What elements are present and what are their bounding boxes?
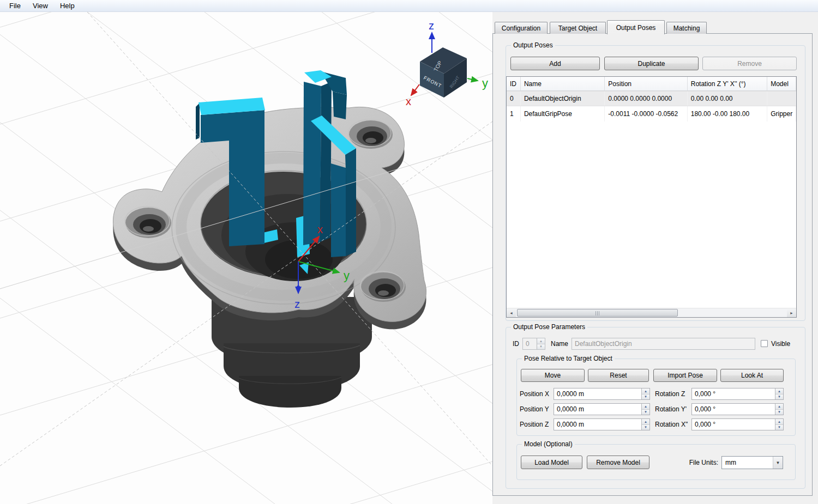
spin-down-icon[interactable]: ▼ xyxy=(775,394,783,400)
remove-model-button[interactable]: Remove Model xyxy=(587,456,649,469)
position-x-label: Position X xyxy=(520,388,551,400)
name-label: Name xyxy=(551,338,568,350)
tab-label: Matching xyxy=(673,25,700,32)
rotation-x-label: Rotation X" xyxy=(655,418,689,430)
spin-up-icon[interactable]: ▲ xyxy=(642,404,649,409)
combo-dropdown-arrow-icon[interactable]: ▼ xyxy=(773,457,783,469)
position-y-input[interactable]: 0,0000 m▲▼ xyxy=(554,403,650,415)
table-cell xyxy=(767,92,796,106)
orientation-cube[interactable]: TOP FRONT RIGHT z x y xyxy=(406,20,488,107)
spin-down-icon[interactable]: ▼ xyxy=(642,394,649,400)
scroll-right-arrow-icon[interactable]: ► xyxy=(787,308,796,318)
rotation-x-value: 0,000 ° xyxy=(692,419,775,430)
visible-checkbox[interactable] xyxy=(761,340,768,347)
reset-button[interactable]: Reset xyxy=(588,369,649,382)
cube-axis-y-label: y xyxy=(482,76,488,90)
group-title: Output Pose Parameters xyxy=(511,323,587,331)
spin-down-icon[interactable]: ▼ xyxy=(775,409,783,415)
spin-down-icon[interactable]: ▼ xyxy=(537,344,545,350)
move-button[interactable]: Move xyxy=(521,369,585,382)
rotation-y-input[interactable]: 0,000 °▲▼ xyxy=(691,403,784,415)
file-units-label: File Units: xyxy=(676,457,718,469)
spin-down-icon[interactable]: ▼ xyxy=(775,424,783,430)
tab-output-poses[interactable]: Output Poses xyxy=(607,20,665,34)
look-at-button[interactable]: Look At xyxy=(720,369,784,382)
id-value: 0 xyxy=(523,338,537,349)
table-cell: -0.0011 -0.0000 -0.0562 xyxy=(605,106,687,122)
menu-file[interactable]: File xyxy=(3,1,27,11)
rotation-y-value: 0,000 ° xyxy=(692,404,775,415)
spin-up-icon[interactable]: ▲ xyxy=(642,388,649,394)
spin-up-icon[interactable]: ▲ xyxy=(775,388,783,394)
group-title: Pose Relative to Target Object xyxy=(522,355,615,362)
rotation-z-spin-buttons[interactable]: ▲▼ xyxy=(775,388,783,399)
table-cell: 180.00 -0.00 180.00 xyxy=(688,106,767,122)
column-header[interactable]: Rotation Z Y' X'' (°) xyxy=(688,77,767,90)
position-z-label: Position Z xyxy=(520,418,551,430)
position-x-spin-buttons[interactable]: ▲▼ xyxy=(641,388,649,399)
file-units-combo[interactable]: mm ▼ xyxy=(721,456,783,469)
axis-y-label: y xyxy=(344,269,350,282)
table-cell: 0.0000 0.0000 0.0000 xyxy=(605,92,687,106)
table-cell: 0.00 0.00 0.00 xyxy=(688,92,767,106)
position-z-input[interactable]: 0,0000 m▲▼ xyxy=(554,418,650,430)
rotation-x-input[interactable]: 0,000 °▲▼ xyxy=(691,418,784,430)
rotation-x-spin-buttons[interactable]: ▲▼ xyxy=(775,419,783,430)
axis-x-label: x xyxy=(317,223,323,235)
table-header-row: IDNamePositionRotation Z Y' X'' (°)Model xyxy=(507,77,796,91)
flange-model xyxy=(113,107,426,408)
load-model-button[interactable]: Load Model xyxy=(521,456,582,469)
spin-up-icon[interactable]: ▲ xyxy=(642,419,649,424)
visible-label: Visible xyxy=(771,338,790,350)
rotation-y-label: Rotation Y' xyxy=(655,403,689,415)
spin-up-icon[interactable]: ▲ xyxy=(775,404,783,409)
tab-label: Target Object xyxy=(558,25,597,32)
rotation-z-input[interactable]: 0,000 °▲▼ xyxy=(691,388,784,400)
column-header[interactable]: ID xyxy=(507,77,521,90)
table-cell: DefaultGripPose xyxy=(521,106,605,122)
scrollbar-grip-icon xyxy=(596,311,600,315)
position-y-label: Position Y xyxy=(520,403,551,415)
import-pose-button[interactable]: Import Pose xyxy=(653,369,717,382)
remove-button[interactable]: Remove xyxy=(702,57,797,70)
tab-label: Output Poses xyxy=(616,24,656,32)
spin-up-icon[interactable]: ▲ xyxy=(537,338,545,344)
menu-help[interactable]: Help xyxy=(54,1,81,11)
column-header[interactable]: Position xyxy=(605,77,687,90)
cube-axis-x-label: x xyxy=(406,95,411,107)
axis-z-label: z xyxy=(294,298,300,310)
table-row[interactable]: 1DefaultGripPose-0.0011 -0.0000 -0.05621… xyxy=(507,106,796,122)
viewport-3d[interactable]: x y z TOP FRONT RIGHT z x y xyxy=(0,12,492,504)
scroll-left-arrow-icon[interactable]: ◄ xyxy=(507,308,516,318)
table-cell: 0 xyxy=(507,92,521,106)
id-spin-buttons[interactable]: ▲▼ xyxy=(537,338,545,349)
table-row[interactable]: 0DefaultObjectOrigin0.0000 0.0000 0.0000… xyxy=(507,91,796,106)
add-button[interactable]: Add xyxy=(510,57,600,70)
spin-up-icon[interactable]: ▲ xyxy=(775,419,783,424)
menu-bar: File View Help xyxy=(0,0,818,12)
rotation-z-label: Rotation Z xyxy=(655,388,689,400)
column-header[interactable]: Model xyxy=(767,77,796,90)
column-header[interactable]: Name xyxy=(521,77,605,90)
pose-table[interactable]: IDNamePositionRotation Z Y' X'' (°)Model… xyxy=(506,76,797,318)
position-y-value: 0,0000 m xyxy=(554,404,641,415)
position-x-input[interactable]: 0,0000 m▲▼ xyxy=(554,388,650,400)
duplicate-button[interactable]: Duplicate xyxy=(604,57,699,70)
spin-down-icon[interactable]: ▼ xyxy=(642,424,649,430)
id-spinbox[interactable]: 0 ▲▼ xyxy=(522,338,545,350)
id-label: ID xyxy=(513,338,519,350)
position-z-spin-buttons[interactable]: ▲▼ xyxy=(641,419,649,430)
horizontal-scrollbar[interactable]: ◄ ► xyxy=(507,308,796,317)
spin-down-icon[interactable]: ▼ xyxy=(642,409,649,415)
scrollbar-thumb[interactable] xyxy=(517,309,678,317)
name-value: DefaultObjectOrigin xyxy=(572,338,755,349)
menu-view[interactable]: View xyxy=(27,1,54,11)
scrollbar-track[interactable] xyxy=(516,308,787,317)
table-cell: 1 xyxy=(507,106,521,122)
rotation-y-spin-buttons[interactable]: ▲▼ xyxy=(775,404,783,415)
position-y-spin-buttons[interactable]: ▲▼ xyxy=(641,404,649,415)
tab-matching[interactable]: Matching xyxy=(666,22,707,34)
tab-target-object[interactable]: Target Object xyxy=(550,22,606,34)
tab-configuration[interactable]: Configuration xyxy=(495,22,548,34)
name-input[interactable]: DefaultObjectOrigin xyxy=(572,338,755,350)
